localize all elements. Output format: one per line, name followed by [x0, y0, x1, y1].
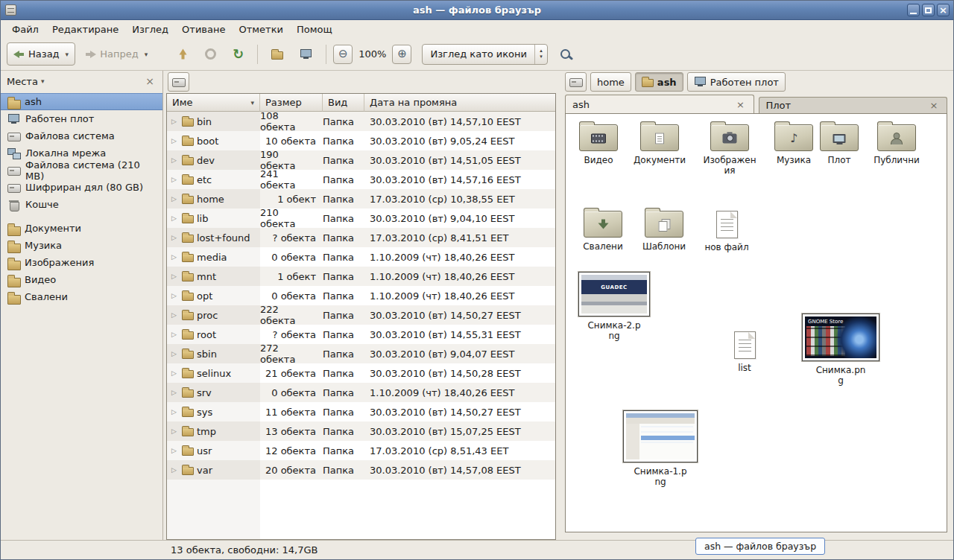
sidebar-place-item[interactable]: Свалени: [1, 288, 162, 305]
expander-icon[interactable]: ▷: [171, 273, 179, 280]
sidebar-place-item[interactable]: Шифриран дял (80 GB): [1, 179, 162, 196]
menu-edit[interactable]: Редактиране: [45, 22, 125, 36]
table-row[interactable]: ▷ sbin 272 обекта Папка 30.03.2010 (вт) …: [167, 344, 555, 363]
back-dropdown-icon[interactable]: ▾: [66, 51, 69, 58]
expander-icon[interactable]: ▷: [171, 195, 179, 203]
tab-plot[interactable]: Плот ×: [759, 97, 948, 113]
sidebar-close-button[interactable]: ×: [143, 74, 157, 88]
table-row[interactable]: ▷ media 0 обекта Папка 1.10.2009 (чт) 18…: [167, 247, 555, 267]
icon-view-item[interactable]: Плот: [813, 118, 865, 165]
table-row[interactable]: ▷ lost+found ? обекта Папка 17.03.2010 (…: [167, 228, 555, 247]
column-header-type[interactable]: Вид: [323, 94, 364, 112]
expander-icon[interactable]: ▷: [171, 118, 179, 125]
root-location-button[interactable]: [168, 72, 189, 92]
expander-icon[interactable]: ▷: [171, 389, 179, 396]
sidebar-place-item[interactable]: Файлова система: [1, 127, 162, 144]
expander-icon[interactable]: ▷: [171, 427, 179, 435]
reload-button[interactable]: ↻: [226, 42, 250, 66]
expander-icon[interactable]: ▷: [171, 466, 179, 474]
expander-icon[interactable]: ▷: [171, 137, 179, 144]
view-mode-select[interactable]: Изглед като икони ▴▾: [422, 44, 548, 65]
expander-icon[interactable]: ▷: [171, 331, 179, 338]
table-row[interactable]: ▷ selinux 21 обекта Папка 30.03.2010 (вт…: [167, 363, 555, 383]
maximize-button[interactable]: [922, 4, 935, 16]
icon-view-item[interactable]: Видео: [567, 118, 630, 165]
expander-icon[interactable]: ▷: [171, 311, 179, 319]
sidebar-place-item[interactable]: Музика: [1, 237, 162, 254]
icon-view-item[interactable]: list: [713, 325, 776, 373]
computer-button[interactable]: [293, 42, 319, 66]
expander-icon[interactable]: ▷: [171, 369, 179, 377]
table-row[interactable]: ▷ sys 11 обекта Папка 30.03.2010 (вт) 14…: [167, 402, 555, 421]
table-row[interactable]: ▷ proc 222 обекта Папка 30.03.2010 (вт) …: [167, 305, 555, 325]
menu-bookmarks[interactable]: Отметки: [232, 22, 289, 36]
column-header-date[interactable]: Дата на промяна: [364, 94, 555, 112]
root-location-button[interactable]: [565, 72, 587, 92]
icon-view-item[interactable]: нов файл: [695, 205, 758, 252]
table-row[interactable]: ▷ tmp 13 обекта Папка 30.03.2010 (вт) 15…: [167, 421, 555, 441]
zoom-in-button[interactable]: ⊕: [392, 45, 411, 64]
icon-view-item[interactable]: Публични: [865, 118, 928, 165]
forward-button[interactable]: Напред ▾: [78, 42, 154, 66]
expander-icon[interactable]: ▷: [171, 253, 179, 261]
taskbar-window-button[interactable]: ash — файлов браузър: [695, 538, 825, 555]
tab-close-icon[interactable]: ×: [928, 100, 940, 112]
expander-icon[interactable]: ▷: [171, 447, 179, 454]
table-row[interactable]: ▷ home 1 обект Папка 17.03.2010 (ср) 10,…: [167, 189, 555, 209]
stop-button[interactable]: [198, 42, 223, 66]
menu-go[interactable]: Отиване: [175, 22, 232, 36]
table-row[interactable]: ▷ usr 12 обекта Папка 17.03.2010 (ср) 8,…: [167, 441, 555, 460]
up-button[interactable]: [171, 42, 195, 66]
titlebar[interactable]: ash — файлов браузър ×: [1, 1, 953, 20]
path-button-home[interactable]: home: [590, 72, 631, 92]
table-row[interactable]: ▷ mnt 1 обект Папка 1.10.2009 (чт) 18,40…: [167, 267, 555, 286]
icon-view-item[interactable]: GUADEC Снимка-2.png: [573, 272, 655, 341]
sidebar-place-item[interactable]: ash: [1, 93, 162, 110]
sidebar-place-item[interactable]: Документи: [1, 220, 162, 237]
menu-view[interactable]: Изглед: [125, 22, 175, 36]
sidebar-place-item[interactable]: Файлова система (210 MB): [1, 162, 162, 179]
table-row[interactable]: ▷ boot 10 обекта Папка 30.03.2010 (вт) 9…: [167, 131, 555, 150]
column-header-name[interactable]: Име ▾: [167, 94, 260, 112]
table-row[interactable]: ▷ root ? обекта Папка 30.03.2010 (вт) 14…: [167, 325, 555, 344]
spinner-arrows-icon[interactable]: ▴▾: [534, 45, 547, 64]
icon-view-item[interactable]: Документи: [628, 118, 691, 165]
home-button[interactable]: [265, 42, 290, 66]
sidebar-place-item[interactable]: Работен плот: [1, 110, 162, 127]
close-button[interactable]: ×: [937, 4, 950, 16]
tab-close-icon[interactable]: ×: [735, 98, 747, 110]
icon-view-item[interactable]: Изображения: [698, 118, 761, 176]
sidebar-place-item[interactable]: Видео: [1, 271, 162, 288]
expander-icon[interactable]: ▷: [171, 214, 179, 222]
path-button-ash[interactable]: ash: [635, 72, 683, 92]
table-row[interactable]: ▷ srv 0 обекта Папка 1.10.2009 (чт) 18,4…: [167, 383, 555, 402]
table-row[interactable]: ▷ bin 108 обекта Папка 30.03.2010 (вт) 1…: [167, 112, 555, 131]
table-row[interactable]: ▷ dev 190 обекта Папка 30.03.2010 (вт) 1…: [167, 150, 555, 170]
menu-help[interactable]: Помощ: [290, 22, 339, 36]
expander-icon[interactable]: ▷: [171, 350, 179, 357]
minimize-button[interactable]: [907, 4, 920, 16]
sidebar-place-item[interactable]: Кошче: [1, 196, 162, 213]
icon-view-item[interactable]: Шаблони: [633, 205, 695, 252]
icon-view-item[interactable]: GNOME Store Снимка.png: [800, 314, 882, 386]
path-button-desktop[interactable]: Работен плот: [687, 72, 786, 92]
back-button[interactable]: Назад ▾: [7, 42, 75, 66]
table-row[interactable]: ▷ etc 241 обекта Папка 30.03.2010 (вт) 1…: [167, 170, 555, 189]
table-row[interactable]: ▷ opt 0 обекта Папка 1.10.2009 (чт) 18,4…: [167, 286, 555, 305]
sidebar-place-item[interactable]: Изображения: [1, 254, 162, 271]
sidebar-title[interactable]: Места: [7, 76, 38, 87]
column-header-size[interactable]: Размер: [260, 94, 323, 112]
chevron-down-icon[interactable]: ▾: [41, 77, 45, 85]
menu-file[interactable]: Файл: [5, 22, 45, 36]
table-row[interactable]: ▷ var 20 обекта Папка 30.03.2010 (вт) 14…: [167, 460, 555, 480]
expander-icon[interactable]: ▷: [171, 234, 179, 241]
table-row[interactable]: ▷ lib 210 обекта Папка 30.03.2010 (вт) 9…: [167, 209, 555, 228]
expander-icon[interactable]: ▷: [171, 292, 179, 299]
zoom-out-button[interactable]: ⊖: [333, 45, 353, 64]
expander-icon[interactable]: ▷: [171, 176, 179, 183]
icon-view-item[interactable]: Свалени: [572, 205, 634, 252]
forward-dropdown-icon[interactable]: ▾: [145, 51, 148, 58]
expander-icon[interactable]: ▷: [171, 408, 179, 416]
expander-icon[interactable]: ▷: [171, 156, 179, 164]
search-button[interactable]: [551, 42, 580, 66]
